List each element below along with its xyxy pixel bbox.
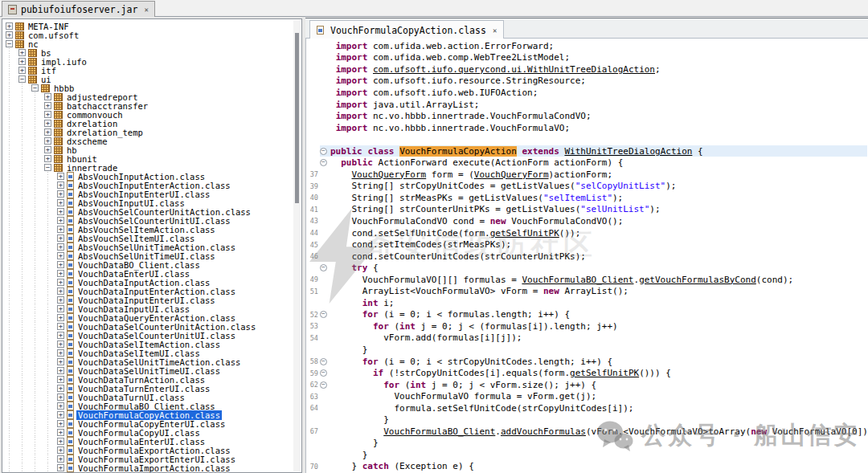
expand-toggle-icon[interactable]: + (57, 217, 64, 224)
expand-toggle-icon[interactable]: + (57, 332, 64, 339)
collapse-toggle-icon[interactable]: − (44, 164, 51, 171)
tree-item[interactable]: +VouchDataSelItemAction.class (2, 340, 292, 349)
expand-toggle-icon[interactable]: + (57, 252, 64, 259)
expand-toggle-icon[interactable]: + (44, 146, 51, 153)
expand-toggle-icon[interactable]: + (57, 173, 64, 180)
close-icon[interactable]: ✕ (493, 27, 497, 35)
fold-collapse-icon[interactable]: − (320, 311, 327, 318)
tree-item[interactable]: +itf (2, 66, 292, 75)
expand-toggle-icon[interactable]: + (57, 226, 64, 233)
expand-toggle-icon[interactable]: + (57, 305, 64, 312)
tree-item[interactable]: +VouchDataEnterUI.class (2, 269, 292, 278)
expand-toggle-icon[interactable]: + (44, 137, 51, 145)
expand-toggle-icon[interactable]: + (57, 314, 64, 321)
expand-toggle-icon[interactable]: + (57, 296, 64, 304)
tree-item[interactable]: +VouchDataSelCounterUnitAction.class (2, 322, 292, 331)
tree-item[interactable]: −innertrade (2, 163, 292, 172)
tree-item[interactable]: +AbsVouchInputAction.class (2, 172, 292, 181)
fold-collapse-icon[interactable]: − (320, 148, 327, 155)
tree-item-label[interactable]: ui (39, 75, 53, 84)
tree-item[interactable]: +VouchDataTurnEnterUI.class (2, 384, 292, 393)
tree-item[interactable]: +VouchDataInputEnterAction.class (2, 287, 292, 296)
collapse-toggle-icon[interactable]: − (6, 40, 13, 47)
tree-item[interactable]: +AbsVouchSelCounterUnitAction.class (2, 207, 292, 216)
tree-item[interactable]: +VouchDataSelItemUI.class (2, 349, 292, 357)
tree-item[interactable]: +VouchDataTurnUI.class (2, 393, 292, 402)
fold-collapse-icon[interactable]: − (320, 381, 327, 389)
tree-item-label[interactable]: nc (27, 39, 40, 49)
tree-item[interactable]: +VouchDataSelUnitTimeUI.class (2, 366, 292, 375)
expand-toggle-icon[interactable]: + (44, 120, 51, 127)
tree-item[interactable]: +VouchDataInputUI.class (2, 304, 292, 313)
fold-collapse-icon[interactable]: − (320, 159, 327, 166)
tree-item[interactable]: +VouchFormulaCopyUI.class (2, 428, 292, 437)
close-icon[interactable]: ✕ (144, 6, 148, 14)
expand-toggle-icon[interactable]: + (57, 270, 64, 277)
tree-item[interactable]: +dxscheme (2, 137, 292, 145)
expand-toggle-icon[interactable]: + (44, 128, 51, 136)
tree-item[interactable]: +hbunit (2, 154, 292, 163)
tree-item[interactable]: +VouchDataInputAction.class (2, 278, 292, 287)
fold-collapse-icon[interactable]: − (320, 358, 327, 365)
expand-toggle-icon[interactable]: + (18, 67, 26, 74)
fold-collapse-icon[interactable]: − (320, 369, 327, 377)
expand-toggle-icon[interactable]: + (57, 349, 64, 357)
tree-item-label[interactable]: VouchFormulaImportAction.class (76, 463, 232, 473)
expand-toggle-icon[interactable]: + (57, 367, 64, 374)
tree-item[interactable]: +VouchFormulaBO_Client.class (2, 402, 292, 410)
expand-toggle-icon[interactable]: + (57, 199, 64, 206)
tree-item[interactable]: +batchacctransfer (2, 101, 292, 110)
fold-collapse-icon[interactable]: − (320, 264, 327, 271)
expand-toggle-icon[interactable]: + (57, 323, 64, 330)
expand-toggle-icon[interactable]: + (57, 261, 64, 268)
code-link[interactable]: VouchFormulaBO_Client (522, 275, 633, 285)
expand-toggle-icon[interactable]: + (57, 446, 64, 454)
tree-item[interactable]: +adjustedreport (2, 92, 292, 101)
tree-item[interactable]: +AbsVouchInputUI.class (2, 198, 292, 207)
code-link[interactable]: getSelfUnitPK (490, 228, 559, 239)
expand-toggle-icon[interactable]: + (6, 31, 13, 39)
tree-item[interactable]: −ui (2, 75, 292, 84)
tree-item[interactable]: +VouchDataInputEnterUI.class (2, 296, 292, 304)
code-link[interactable]: VouchQueryForm (352, 169, 427, 180)
expand-toggle-icon[interactable]: + (44, 93, 51, 100)
code-link[interactable]: getVouchFormulasByCond (639, 275, 756, 285)
expand-toggle-icon[interactable]: + (57, 429, 64, 436)
code-link[interactable]: com.ufsoft.iufo.querycond.ui.WithUnitTre… (373, 64, 655, 75)
expand-toggle-icon[interactable]: + (57, 385, 64, 392)
tree-item[interactable]: +VouchFormulaCopyAction.class (2, 410, 292, 419)
expand-toggle-icon[interactable]: + (57, 279, 64, 286)
tree-item[interactable]: +AbsVouchInputEnterUI.class (2, 190, 292, 198)
expand-toggle-icon[interactable]: + (44, 111, 51, 118)
expand-toggle-icon[interactable]: + (44, 155, 51, 162)
expand-toggle-icon[interactable]: + (18, 49, 26, 56)
expand-toggle-icon[interactable]: + (57, 340, 64, 348)
tree-item[interactable]: +VouchDataQueryEnterAction.class (2, 313, 292, 322)
collapse-toggle-icon[interactable]: − (18, 75, 26, 83)
tree-scrollbar-thumb[interactable] (295, 33, 299, 203)
tree-item[interactable]: +com.ufsoft (2, 31, 292, 39)
tree-item[interactable]: +commonvouch (2, 110, 292, 119)
expand-toggle-icon[interactable]: + (57, 411, 64, 418)
tree-item[interactable]: +AbsVouchInputEnterAction.class (2, 181, 292, 190)
tree-item[interactable]: +impl.iufo (2, 57, 292, 66)
expand-toggle-icon[interactable]: + (18, 58, 26, 65)
tree-item[interactable]: +VouchDataSelCounterUnitUI.class (2, 331, 292, 340)
tree-item[interactable]: −nc (2, 39, 292, 48)
expand-toggle-icon[interactable]: + (57, 181, 64, 189)
expand-toggle-icon[interactable]: + (57, 420, 64, 427)
expand-toggle-icon[interactable]: + (57, 455, 64, 463)
expand-toggle-icon[interactable]: + (57, 208, 64, 215)
expand-toggle-icon[interactable]: + (57, 287, 64, 295)
expand-toggle-icon[interactable]: + (6, 22, 13, 30)
tree-item[interactable]: +VouchFormulaCopyEnterUI.class (2, 419, 292, 428)
tree-item[interactable]: +dxrelation_temp (2, 128, 292, 137)
code-link[interactable]: WithUnitTreeDialogAction (564, 146, 692, 157)
class-file-tab[interactable]: VouchFormulaCopyAction.class ✕ (309, 20, 504, 39)
expand-toggle-icon[interactable]: + (57, 402, 64, 410)
tree-item[interactable]: +AbsVouchSelUnitTimeAction.class (2, 243, 292, 251)
tree-item[interactable]: +AbsVouchSelCounterUnitUI.class (2, 216, 292, 225)
code-editor[interactable]: import com.ufida.web.action.ErrorForward… (305, 39, 868, 473)
expand-toggle-icon[interactable]: + (57, 190, 64, 198)
code-link[interactable]: VouchFormulaBO_Client (383, 426, 495, 437)
